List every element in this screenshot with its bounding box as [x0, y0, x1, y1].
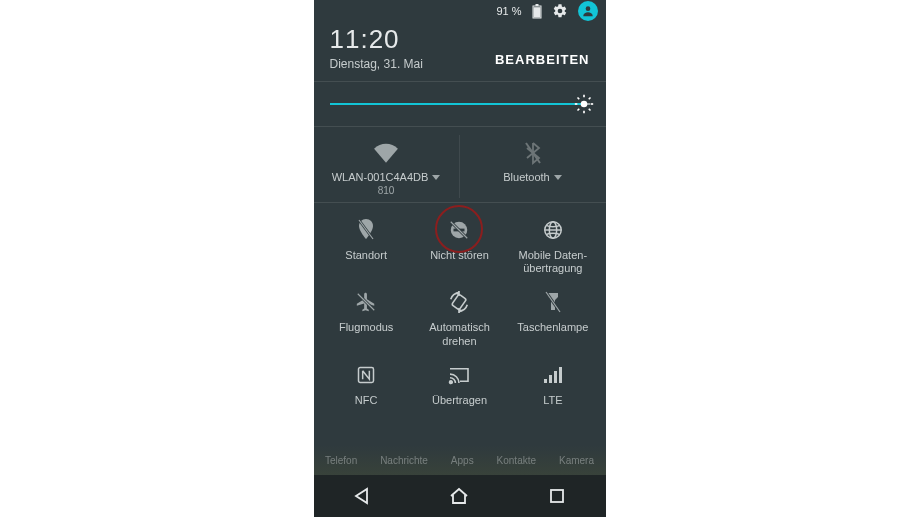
flashlight-label: Taschenlampe — [517, 321, 588, 334]
clock-date: Dienstag, 31. Mai — [330, 57, 423, 71]
edit-button[interactable]: BEARBEITEN — [495, 52, 590, 71]
home-button[interactable] — [429, 475, 489, 517]
airplane-off-icon — [355, 289, 377, 315]
rotate-label: Automatisch drehen — [416, 321, 502, 347]
dock-label: Telefon — [325, 455, 357, 466]
globe-icon — [542, 217, 564, 243]
dnd-tile[interactable]: Nicht stören — [413, 217, 506, 275]
svg-point-3 — [585, 6, 590, 11]
cast-icon — [448, 362, 470, 388]
battery-percent: 91 % — [496, 5, 521, 17]
chevron-down-icon — [432, 175, 440, 180]
wifi-sublabel: 810 — [378, 185, 395, 196]
brightness-track — [330, 103, 590, 105]
svg-marker-34 — [356, 489, 367, 503]
svg-line-11 — [578, 109, 580, 111]
svg-rect-32 — [554, 371, 557, 383]
dnd-label: Nicht stören — [430, 249, 489, 262]
airplane-label: Flugmodus — [339, 321, 393, 334]
svg-rect-30 — [544, 379, 547, 383]
location-tile[interactable]: Standort — [320, 217, 413, 275]
auto-rotate-icon — [448, 289, 470, 315]
recent-apps-button[interactable] — [527, 475, 587, 517]
brightness-slider[interactable] — [314, 82, 606, 126]
clock-time: 11:20 — [330, 24, 423, 55]
lte-label: LTE — [543, 394, 562, 407]
status-bar: 91 % — [314, 0, 606, 22]
svg-rect-33 — [559, 367, 562, 383]
home-dock-faded: Telefon Nachrichte Apps Kontakte Kamera — [314, 445, 606, 475]
svg-line-12 — [589, 98, 591, 100]
cast-tile[interactable]: Übertragen — [413, 362, 506, 407]
bluetooth-tile[interactable]: Bluetooth — [460, 135, 606, 198]
cast-label: Übertragen — [432, 394, 487, 407]
svg-rect-35 — [551, 490, 563, 502]
back-button[interactable] — [332, 475, 392, 517]
user-avatar-icon[interactable] — [578, 1, 598, 21]
brightness-handle[interactable] — [574, 94, 594, 114]
wifi-icon — [373, 139, 399, 167]
chevron-down-icon — [554, 175, 562, 180]
settings-icon[interactable] — [552, 3, 568, 19]
wifi-label: WLAN-001C4A4DB — [332, 171, 429, 183]
svg-point-4 — [581, 101, 588, 108]
rotate-tile[interactable]: Automatisch drehen — [413, 289, 506, 347]
svg-rect-25 — [452, 294, 467, 310]
location-label: Standort — [345, 249, 387, 262]
dock-label: Kontakte — [497, 455, 536, 466]
wifi-tile[interactable]: WLAN-001C4A4DB 810 — [314, 135, 460, 198]
nfc-icon — [356, 362, 376, 388]
svg-line-9 — [578, 98, 580, 100]
airplane-tile[interactable]: Flugmodus — [320, 289, 413, 347]
lte-tile[interactable]: LTE — [506, 362, 599, 407]
mobile-data-tile[interactable]: Mobile Daten­übertragung — [506, 217, 599, 275]
bluetooth-label: Bluetooth — [503, 171, 549, 183]
nfc-tile[interactable]: NFC — [320, 362, 413, 407]
navigation-bar — [314, 475, 606, 517]
svg-rect-2 — [533, 7, 540, 17]
signal-bars-icon — [543, 362, 563, 388]
dock-label: Kamera — [559, 455, 594, 466]
location-off-icon — [357, 217, 375, 243]
brightness-fill — [330, 103, 585, 105]
battery-icon — [532, 4, 542, 18]
flashlight-off-icon — [545, 289, 561, 315]
svg-line-10 — [589, 109, 591, 111]
dock-label: Apps — [451, 455, 474, 466]
svg-point-29 — [450, 381, 453, 384]
svg-rect-31 — [549, 375, 552, 383]
mobile-data-label: Mobile Daten­übertragung — [510, 249, 596, 275]
quick-settings-grid: Standort Nicht stören — [314, 203, 606, 413]
shade-header: 11:20 Dienstag, 31. Mai BEARBEITEN — [314, 22, 606, 81]
phone-screen: 91 % 11:20 Dienstag, 31. Mai BEARBEITE — [314, 0, 606, 517]
dock-label: Nachrichte — [380, 455, 428, 466]
nfc-label: NFC — [355, 394, 378, 407]
dnd-off-icon — [448, 217, 470, 243]
bluetooth-off-icon — [523, 139, 543, 167]
flashlight-tile[interactable]: Taschenlampe — [506, 289, 599, 347]
